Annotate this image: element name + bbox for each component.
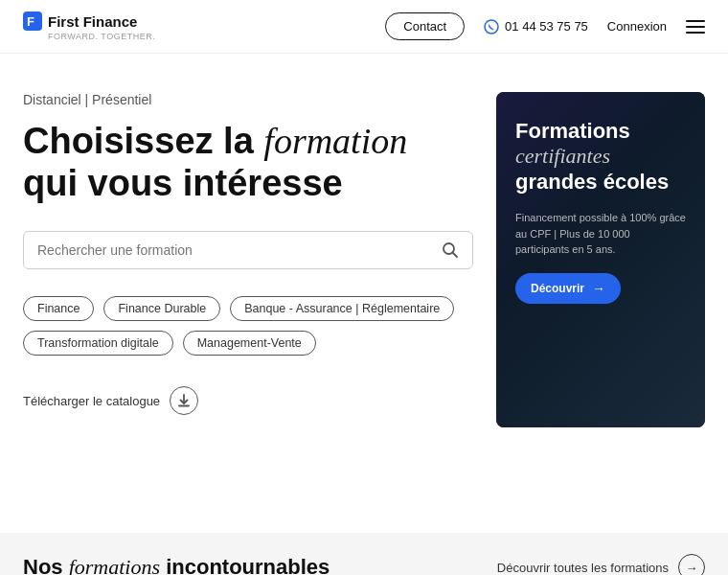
download-area: Télécharger le catalogue	[23, 386, 473, 415]
bottom-section: Nos formations incontournables Découvrir…	[0, 533, 728, 575]
tag-button[interactable]: Management-Vente	[183, 331, 316, 356]
logo[interactable]: F First Finance FORWARD. TOGETHER.	[23, 12, 155, 41]
phone-number: 01 44 53 75 75	[505, 19, 588, 34]
headline-part1: Choisissez la	[23, 121, 263, 161]
search-button[interactable]	[442, 242, 459, 259]
site-header: F First Finance FORWARD. TOGETHER. Conta…	[0, 0, 728, 54]
download-icon	[177, 394, 191, 407]
logo-tagline: FORWARD. TOGETHER.	[23, 32, 155, 41]
svg-point-2	[485, 20, 498, 34]
bottom-title: Nos formations incontournables	[23, 555, 330, 575]
hero-headline: Choisissez la formation qui vous intéres…	[23, 121, 473, 204]
tags-area: FinanceFinance DurableBanque - Assurance…	[23, 296, 473, 356]
svg-line-4	[453, 253, 458, 258]
discover-all-link[interactable]: Découvrir toutes les formations →	[497, 554, 705, 575]
phone-icon	[484, 19, 499, 34]
promo-card-title: Formations certifiantes grandes écoles	[515, 119, 686, 195]
hero-section: Distanciel | Présentiel Choisissez la fo…	[0, 54, 728, 456]
headline-italic: formation	[263, 121, 407, 161]
card-cta-label: Découvrir	[531, 282, 584, 295]
tag-button[interactable]: Finance Durable	[103, 296, 220, 321]
card-title-italic: certifiantes	[515, 144, 610, 168]
search-box[interactable]	[23, 231, 473, 269]
tag-button[interactable]: Transformation digitale	[23, 331, 173, 356]
download-button[interactable]	[170, 386, 198, 415]
bottom-title-bold: incontournables	[160, 555, 330, 575]
cta-arrow-icon: →	[592, 281, 605, 296]
tag-button[interactable]: Banque - Assurance | Réglementaire	[230, 296, 454, 321]
search-icon	[442, 242, 459, 259]
hero-left: Distanciel | Présentiel Choisissez la fo…	[23, 92, 473, 427]
mode-label: Distanciel | Présentiel	[23, 92, 473, 107]
phone-area[interactable]: 01 44 53 75 75	[484, 19, 588, 34]
bottom-title-part1: Nos	[23, 555, 69, 575]
logo-name: First Finance	[48, 13, 137, 30]
spacer	[0, 456, 728, 533]
connexion-link[interactable]: Connexion	[607, 19, 667, 34]
circle-arrow-icon: →	[678, 554, 705, 575]
card-title-part1: Formations	[515, 119, 630, 143]
headline-part2: qui vous intéresse	[23, 163, 343, 203]
promo-card-content: Formations certifiantes grandes écoles F…	[515, 119, 686, 304]
card-title-part2: grandes écoles	[515, 170, 669, 194]
contact-button[interactable]: Contact	[385, 12, 465, 40]
bottom-title-italic: formations	[69, 555, 160, 575]
promo-card-description: Financement possible à 100% grâce au CPF…	[515, 210, 686, 258]
promo-card: Formations certifiantes grandes écoles F…	[496, 92, 705, 427]
search-input[interactable]	[37, 242, 442, 258]
header-nav: Contact 01 44 53 75 75 Connexion	[385, 12, 705, 40]
logo-icon: F	[23, 12, 42, 31]
discover-all-label: Découvrir toutes les formations	[497, 561, 669, 575]
svg-text:F: F	[27, 14, 34, 29]
promo-card-cta[interactable]: Découvrir →	[515, 273, 621, 304]
download-label: Télécharger le catalogue	[23, 394, 160, 408]
tag-button[interactable]: Finance	[23, 296, 94, 321]
hamburger-menu[interactable]	[686, 20, 705, 34]
